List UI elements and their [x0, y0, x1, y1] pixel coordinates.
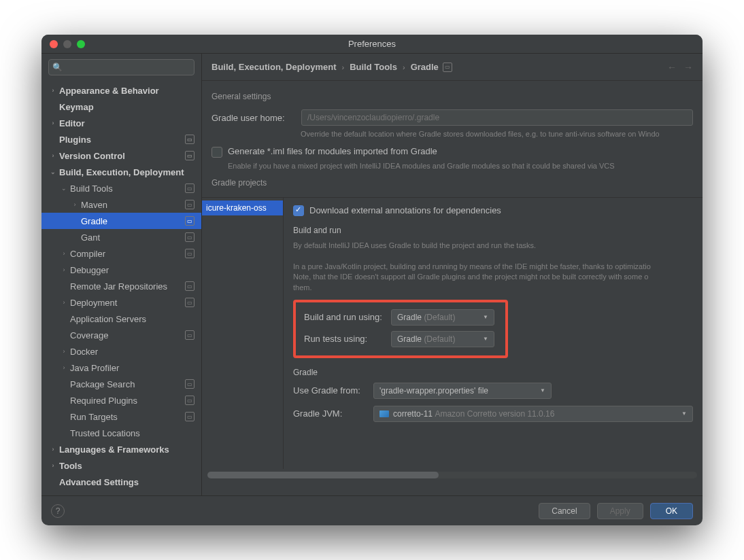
project-scope-icon: ▭ [185, 200, 195, 209]
tree-item-tools[interactable]: ›Tools [41, 457, 201, 474]
tree-item-label: Build Tools [70, 183, 182, 194]
highlighted-build-run-box: Build and run using: Gradle (Default) ▼ … [293, 300, 508, 358]
tree-arrow-icon: › [50, 462, 56, 469]
tree-item-label: Coverage [70, 330, 182, 340]
generate-iml-hint: Enable if you have a mixed project with … [202, 162, 703, 170]
tree-item-languages-frameworks[interactable]: ›Languages & Frameworks [41, 441, 201, 457]
project-scope-icon: ▭ [185, 281, 195, 291]
crumb-c: Gradle [411, 62, 439, 72]
tree-arrow-icon: › [61, 250, 67, 257]
search-icon: 🔍 [52, 63, 63, 72]
tree-item-label: Version Control [59, 151, 182, 161]
chevron-down-icon: ▼ [540, 387, 545, 393]
general-settings-title: General settings [202, 89, 703, 107]
main-scroll: General settings Gradle user home: Overr… [202, 81, 703, 495]
tree-item-version-control[interactable]: ›Version Control▭ [41, 147, 201, 164]
tree-item-advanced-settings[interactable]: Advanced Settings [41, 474, 201, 490]
tree-item-plugins[interactable]: Plugins▭ [41, 131, 201, 147]
download-annotations-checkbox[interactable] [293, 205, 304, 216]
tree-arrow-icon: › [61, 299, 67, 306]
tree-arrow-icon: › [50, 120, 56, 126]
tree-item-compiler[interactable]: ›Compiler▭ [41, 245, 201, 262]
use-gradle-from-dropdown[interactable]: 'gradle-wrapper.properties' file ▼ [373, 383, 552, 399]
run-tests-using-label: Run tests using: [304, 334, 391, 344]
gradle-jvm-dropdown[interactable]: corretto-11 Amazon Corretto version 11.0… [373, 406, 693, 422]
download-annotations-label: Download external annotations for depend… [309, 205, 501, 215]
chevron-right-icon: › [341, 63, 344, 71]
tree-item-debugger[interactable]: ›Debugger [41, 262, 201, 278]
build-run-title: Build and run [293, 226, 693, 235]
horizontal-scrollbar[interactable] [207, 472, 697, 478]
tree-item-label: Tools [59, 461, 195, 471]
project-scope-icon: ▭ [185, 379, 195, 389]
tree-item-build-tools[interactable]: ⌄Build Tools▭ [41, 180, 201, 196]
generate-iml-checkbox[interactable] [212, 147, 222, 158]
gradle-group-title: Gradle [293, 368, 693, 377]
nav-back-icon[interactable]: ← [667, 62, 677, 73]
tree-arrow-icon: › [50, 87, 56, 94]
chevron-down-icon: ▼ [483, 314, 488, 320]
tree-item-label: Java Profiler [70, 363, 195, 373]
tree-arrow-icon: ⌄ [61, 185, 67, 192]
scrollbar-thumb[interactable] [207, 472, 439, 478]
tree-item-label: Plugins [59, 135, 182, 145]
project-scope-icon: ▭ [185, 151, 195, 160]
tree-item-gradle[interactable]: Gradle▭ [41, 213, 201, 229]
generate-iml-label: Generate *.iml files for modules importe… [228, 146, 437, 156]
project-scope-icon: ▭ [185, 298, 195, 307]
tree-item-label: Advanced Settings [59, 477, 195, 487]
tree-arrow-icon: ⌄ [50, 169, 56, 175]
tree-item-label: Languages & Frameworks [59, 444, 195, 455]
search-input[interactable] [48, 59, 195, 75]
tree-item-package-search[interactable]: Package Search▭ [41, 376, 201, 392]
tree-item-gant[interactable]: Gant▭ [41, 229, 201, 245]
tree-item-label: Deployment [70, 298, 182, 308]
crumb-b[interactable]: Build Tools [350, 62, 397, 72]
tree-item-label: Debugger [70, 265, 195, 275]
tree-item-label: Compiler [70, 249, 182, 259]
nav-forward-icon[interactable]: → [683, 62, 693, 73]
project-scope-icon: ▭ [185, 183, 195, 193]
tree-item-appearance-behavior[interactable]: ›Appearance & Behavior [41, 82, 201, 99]
tree-item-docker[interactable]: ›Docker [41, 343, 201, 360]
build-using-dropdown[interactable]: Gradle (Default) ▼ [391, 309, 494, 326]
tree-item-required-plugins[interactable]: Required Plugins▭ [41, 392, 201, 408]
ok-button[interactable]: OK [650, 503, 693, 519]
chevron-down-icon: ▼ [681, 410, 687, 417]
cancel-button[interactable]: Cancel [539, 503, 590, 519]
chevron-right-icon: › [403, 63, 405, 71]
tree-item-label: Gant [81, 232, 182, 243]
tree-item-remote-jar-repositories[interactable]: Remote Jar Repositories▭ [41, 278, 201, 294]
run-tests-using-dropdown[interactable]: Gradle (Default) ▼ [391, 331, 494, 347]
chevron-down-icon: ▼ [483, 336, 488, 342]
tree-item-trusted-locations[interactable]: Trusted Locations [41, 425, 201, 441]
crumb-a[interactable]: Build, Execution, Deployment [212, 62, 336, 72]
tree-item-run-targets[interactable]: Run Targets▭ [41, 408, 201, 425]
apply-button[interactable]: Apply [597, 503, 643, 519]
tree-item-label: Run Targets [70, 412, 182, 422]
tree-item-label: Package Search [70, 379, 182, 389]
tree-item-label: Build, Execution, Deployment [59, 167, 195, 177]
tree-item-editor[interactable]: ›Editor [41, 115, 201, 131]
help-button[interactable]: ? [51, 504, 65, 518]
gradle-user-home-input[interactable] [301, 109, 693, 126]
build-using-label: Build and run using: [304, 312, 391, 322]
tree-item-label: Appearance & Behavior [59, 86, 195, 96]
content-pane: Build, Execution, Deployment › Build Too… [202, 54, 703, 495]
tree-item-label: Trusted Locations [70, 428, 195, 438]
settings-tree: ›Appearance & BehaviorKeymap›EditorPlugi… [41, 81, 201, 495]
tree-item-build-execution-deployment[interactable]: ⌄Build, Execution, Deployment [41, 164, 201, 180]
tree-item-label: Remote Jar Repositories [70, 281, 182, 292]
use-gradle-from-label: Use Gradle from: [293, 385, 373, 396]
tree-item-deployment[interactable]: ›Deployment▭ [41, 294, 201, 311]
tree-item-coverage[interactable]: Coverage▭ [41, 327, 201, 343]
tree-item-label: Keymap [59, 102, 195, 112]
tree-item-keymap[interactable]: Keymap [41, 99, 201, 115]
project-scope-icon: ▭ [185, 216, 195, 226]
tree-item-maven[interactable]: ›Maven▭ [41, 196, 201, 213]
tree-item-application-servers[interactable]: Application Servers [41, 311, 201, 327]
project-scope-icon: ▭ [185, 232, 195, 242]
gradle-project-item[interactable]: icure-kraken-oss [202, 200, 283, 215]
gradle-projects-title: Gradle projects [202, 175, 703, 193]
tree-item-java-profiler[interactable]: ›Java Profiler [41, 360, 201, 376]
